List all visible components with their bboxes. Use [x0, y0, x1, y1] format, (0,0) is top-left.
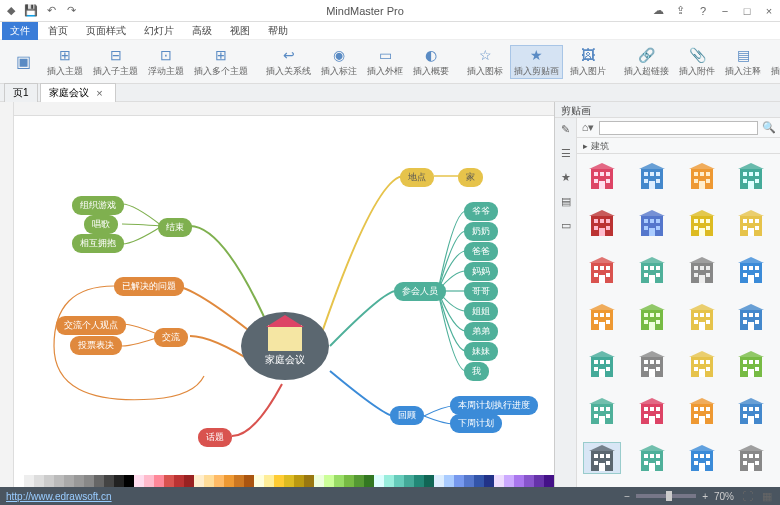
clipart-building-16[interactable]	[583, 348, 621, 380]
ribbon-插入多个主题[interactable]: ⊞插入多个主题	[191, 46, 251, 78]
clipart-building-17[interactable]	[633, 348, 671, 380]
ribbon-插入评论[interactable]: 💬插入评论	[768, 46, 780, 78]
ribbon-插入注释[interactable]: ▤插入注释	[722, 46, 764, 78]
node-person-7[interactable]: 妹妹	[464, 342, 498, 361]
node-person-8[interactable]: 我	[464, 362, 489, 381]
clipart-building-15[interactable]	[732, 301, 770, 333]
node-end[interactable]: 结束	[158, 218, 192, 237]
close-icon[interactable]: ×	[762, 4, 776, 18]
node-people[interactable]: 参会人员	[394, 282, 446, 301]
menu-slides[interactable]: 幻灯片	[136, 22, 182, 40]
category-buildings[interactable]: ▸ 建筑	[577, 138, 780, 154]
tool-layers-icon[interactable]: ▤	[559, 194, 573, 208]
undo-icon[interactable]: ↶	[44, 4, 58, 18]
fit-icon[interactable]: ⛶	[740, 489, 754, 503]
clipart-building-21[interactable]	[633, 395, 671, 427]
clipart-building-0[interactable]	[583, 160, 621, 192]
menu-file[interactable]: 文件	[2, 22, 38, 40]
ribbon-插入概要[interactable]: ◐插入概要	[410, 46, 452, 78]
tool-page-icon[interactable]: ▭	[559, 218, 573, 232]
doctab-current[interactable]: 家庭会议×	[40, 83, 116, 102]
menu-advanced[interactable]: 高级	[184, 22, 220, 40]
clipart-building-8[interactable]	[583, 254, 621, 286]
help-icon[interactable]: ?	[696, 4, 710, 18]
zoom-slider[interactable]	[636, 494, 696, 498]
cloud-icon[interactable]: ☁	[652, 4, 666, 18]
menu-home[interactable]: 首页	[40, 22, 76, 40]
ribbon-浮动主题[interactable]: ⊡浮动主题	[145, 46, 187, 78]
clipart-building-5[interactable]	[633, 207, 671, 239]
ribbon-插入主题[interactable]: ⊞插入主题	[44, 46, 86, 78]
ribbon-插入子主题[interactable]: ⊟插入子主题	[90, 46, 141, 78]
save-icon[interactable]: 💾	[24, 4, 38, 18]
clipart-building-11[interactable]	[732, 254, 770, 286]
node-review[interactable]: 回顾	[390, 406, 424, 425]
clipart-building-2[interactable]	[683, 160, 721, 192]
color-palette[interactable]	[14, 475, 554, 487]
clipart-building-27[interactable]	[732, 442, 770, 474]
node-location[interactable]: 地点	[400, 168, 434, 187]
zoom-out-icon[interactable]: −	[624, 491, 630, 502]
clipart-building-24[interactable]	[583, 442, 621, 474]
ribbon-插入标注[interactable]: ◉插入标注	[318, 46, 360, 78]
node-person-3[interactable]: 妈妈	[464, 262, 498, 281]
clipart-building-25[interactable]	[633, 442, 671, 474]
clipart-building-3[interactable]	[732, 160, 770, 192]
ribbon-插入附件[interactable]: 📎插入附件	[676, 46, 718, 78]
node-discuss-1[interactable]: 投票表决	[70, 336, 122, 355]
clipart-building-7[interactable]	[732, 207, 770, 239]
node-topic[interactable]: 话题	[198, 428, 232, 447]
search-icon[interactable]: 🔍	[762, 121, 776, 135]
node-review-0[interactable]: 本周计划执行进度	[450, 396, 538, 415]
ribbon-main[interactable]: ▣	[6, 51, 40, 73]
doctab-page1[interactable]: 页1	[4, 83, 38, 102]
node-solved[interactable]: 已解决的问题	[114, 277, 184, 296]
node-person-4[interactable]: 哥哥	[464, 282, 498, 301]
node-discuss-0[interactable]: 交流个人观点	[56, 316, 126, 335]
node-person-2[interactable]: 爸爸	[464, 242, 498, 261]
node-discuss[interactable]: 交流	[154, 328, 188, 347]
node-review-1[interactable]: 下周计划	[450, 414, 502, 433]
node-person-5[interactable]: 姐姐	[464, 302, 498, 321]
clipart-building-22[interactable]	[683, 395, 721, 427]
minimize-icon[interactable]: −	[718, 4, 732, 18]
clipart-search[interactable]	[599, 121, 758, 135]
node-end-0[interactable]: 组织游戏	[72, 196, 124, 215]
clipart-building-19[interactable]	[732, 348, 770, 380]
ribbon-插入外框[interactable]: ▭插入外框	[364, 46, 406, 78]
tool-star-icon[interactable]: ★	[559, 170, 573, 184]
clipart-building-1[interactable]	[633, 160, 671, 192]
clipart-building-14[interactable]	[683, 301, 721, 333]
node-end-2[interactable]: 相互拥抱	[72, 234, 124, 253]
node-person-0[interactable]: 爷爷	[464, 202, 498, 221]
clipart-building-4[interactable]	[583, 207, 621, 239]
home-icon[interactable]: ⌂▾	[581, 121, 595, 135]
clipart-building-20[interactable]	[583, 395, 621, 427]
clipart-building-26[interactable]	[683, 442, 721, 474]
clipart-building-12[interactable]	[583, 301, 621, 333]
tool-wand-icon[interactable]: ✎	[559, 122, 573, 136]
clipart-building-6[interactable]	[683, 207, 721, 239]
tool-list-icon[interactable]: ☰	[559, 146, 573, 160]
zoom-in-icon[interactable]: +	[702, 491, 708, 502]
menu-help[interactable]: 帮助	[260, 22, 296, 40]
node-end-1[interactable]: 唱歌	[84, 215, 118, 234]
status-url[interactable]: http://www.edrawsoft.cn	[6, 491, 112, 502]
clipart-building-9[interactable]	[633, 254, 671, 286]
clipart-building-13[interactable]	[633, 301, 671, 333]
node-person-6[interactable]: 弟弟	[464, 322, 498, 341]
share-icon[interactable]: ⇪	[674, 4, 688, 18]
tab-close-icon[interactable]: ×	[93, 86, 107, 100]
menu-pagestyle[interactable]: 页面样式	[78, 22, 134, 40]
clipart-building-23[interactable]	[732, 395, 770, 427]
ribbon-插入剪贴画[interactable]: ★插入剪贴画	[510, 45, 563, 79]
view-mode-icon[interactable]: ▦	[760, 489, 774, 503]
redo-icon[interactable]: ↷	[64, 4, 78, 18]
node-person-1[interactable]: 奶奶	[464, 222, 498, 241]
ribbon-插入关系线[interactable]: ↩插入关系线	[263, 46, 314, 78]
menu-view[interactable]: 视图	[222, 22, 258, 40]
maximize-icon[interactable]: □	[740, 4, 754, 18]
clipart-building-18[interactable]	[683, 348, 721, 380]
canvas[interactable]: 家庭会议 地点 家 参会人员 爷爷奶奶爸爸妈妈哥哥姐姐弟弟妹妹我 回顾 本周计划…	[0, 102, 554, 487]
ribbon-插入图标[interactable]: ☆插入图标	[464, 46, 506, 78]
